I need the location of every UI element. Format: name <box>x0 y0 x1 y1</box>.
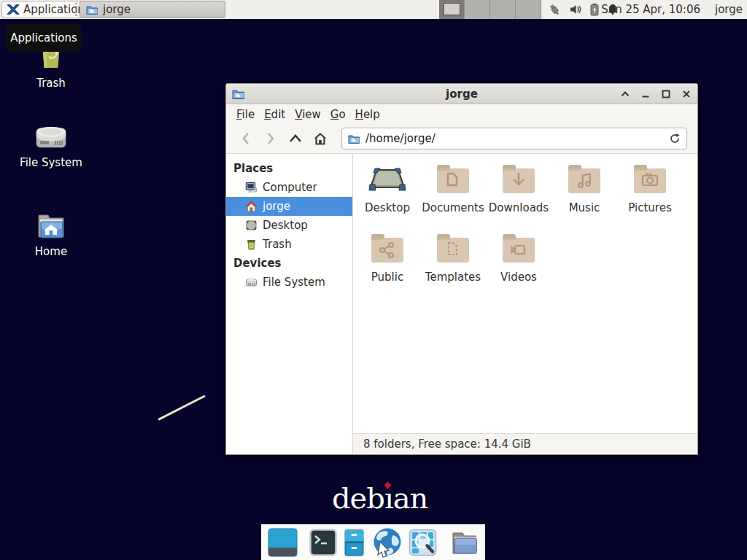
file-manager-launcher[interactable] <box>343 528 365 557</box>
file-item-pictures[interactable]: Pictures <box>617 163 683 214</box>
music-folder-icon <box>565 163 603 196</box>
documents-folder-icon <box>434 163 472 196</box>
window-folder-icon <box>232 88 245 100</box>
menu-view[interactable]: View <box>295 108 321 121</box>
file-item-label: Desktop <box>355 201 420 214</box>
desktop: Applications jorge <box>0 0 747 560</box>
menu-bar: File Edit View Go Help <box>226 104 697 124</box>
computer-icon <box>245 182 258 193</box>
sidebar-places-header: Places <box>226 159 352 178</box>
path-folder-icon <box>348 133 360 144</box>
file-item-label: Documents <box>420 201 486 214</box>
panel-username[interactable]: jorge <box>715 0 743 19</box>
desktop-icon-label: Trash <box>7 77 95 90</box>
web-browser-globe-icon <box>371 527 403 558</box>
file-grid[interactable]: Desktop Documents <box>353 154 697 433</box>
bottom-dock <box>261 524 485 560</box>
sidebar-devices-header: Devices <box>226 254 352 273</box>
up-button[interactable] <box>283 128 308 149</box>
close-button[interactable] <box>681 89 692 99</box>
window-body: Places Computer <box>226 154 697 454</box>
file-item-label: Public <box>355 271 420 284</box>
app-finder-launcher[interactable] <box>409 529 437 556</box>
path-text[interactable]: /home/jorge/ <box>365 132 664 145</box>
window-titlebar[interactable]: jorge <box>226 84 697 104</box>
taskbar-window-label: jorge <box>103 3 131 16</box>
shade-button[interactable] <box>620 89 630 99</box>
file-item-templates[interactable]: Templates <box>420 232 486 284</box>
back-button[interactable] <box>233 128 258 149</box>
web-browser-launcher[interactable] <box>371 527 403 558</box>
terminal-launcher[interactable] <box>309 529 337 556</box>
workspace-1[interactable] <box>439 0 465 19</box>
templates-folder-icon <box>434 232 472 265</box>
desktop-icon <box>245 219 258 231</box>
file-item-public[interactable]: Public <box>355 232 420 284</box>
sidebar-item-trash[interactable]: Trash <box>226 235 352 254</box>
panel-clock[interactable]: Sun 25 Apr, 10:06 <box>601 0 700 19</box>
status-bar: 8 folders, Free space: 14.4 GiB <box>353 433 697 454</box>
sidebar-item-label: jorge <box>263 200 290 213</box>
drive-small-icon <box>245 277 258 287</box>
videos-folder-icon <box>500 232 538 265</box>
desktop-icon-label: Home <box>7 245 95 258</box>
file-item-label: Templates <box>420 271 486 284</box>
workspace-switcher[interactable] <box>439 0 541 19</box>
menu-edit[interactable]: Edit <box>264 108 285 121</box>
file-item-music[interactable]: Music <box>551 163 617 214</box>
file-item-downloads[interactable]: Downloads <box>486 163 551 214</box>
sidebar-item-label: File System <box>263 276 325 289</box>
location-bar[interactable]: /home/jorge/ <box>341 128 687 149</box>
app-finder-icon <box>409 529 437 556</box>
show-desktop-button[interactable] <box>268 528 298 557</box>
file-item-documents[interactable]: Documents <box>420 163 486 214</box>
sidebar-item-computer[interactable]: Computer <box>226 178 352 197</box>
power-plug-icon[interactable] <box>547 3 562 16</box>
desktop-icon-label: File System <box>7 156 95 169</box>
maximize-button[interactable] <box>661 89 671 99</box>
downloads-folder-icon <box>500 163 538 196</box>
debian-logo: debıan <box>332 481 427 515</box>
workspace-2[interactable] <box>465 0 490 19</box>
sidebar-item-label: Desktop <box>263 219 308 232</box>
workspace-4[interactable] <box>516 0 541 19</box>
minimize-button[interactable] <box>640 89 651 99</box>
directory-folder-icon <box>449 529 480 556</box>
file-item-desktop[interactable]: Desktop <box>355 163 420 214</box>
reload-icon[interactable] <box>669 133 681 144</box>
status-text: 8 folders, Free space: 14.4 GiB <box>363 438 531 451</box>
battery-charging-icon[interactable] <box>589 3 600 16</box>
file-item-videos[interactable]: Videos <box>486 232 551 284</box>
home-icon <box>245 201 258 212</box>
file-item-label: Music <box>551 201 617 214</box>
sidebar-item-jorge[interactable]: jorge <box>226 197 352 216</box>
taskbar-window-button[interactable]: jorge <box>80 1 225 18</box>
top-panel: Applications jorge <box>0 0 747 19</box>
sidebar-item-file-system[interactable]: File System <box>226 273 352 292</box>
menu-file[interactable]: File <box>236 108 255 121</box>
file-manager-window: jorge File Edit View Go Help <box>225 83 698 455</box>
window-controls <box>620 84 692 104</box>
wallpaper-wisp-line <box>158 394 206 420</box>
panel-separator-handle[interactable] <box>75 3 77 16</box>
pictures-folder-icon <box>631 163 669 196</box>
workspace-3[interactable] <box>490 0 516 19</box>
forward-button[interactable] <box>258 128 283 149</box>
directory-menu-button[interactable] <box>449 529 480 556</box>
workspace-window-preview <box>444 3 460 15</box>
volume-icon[interactable] <box>569 3 582 16</box>
desktop-icon-home[interactable]: Home <box>7 209 95 258</box>
sidebar-item-label: Trash <box>263 238 292 251</box>
toolbar: /home/jorge/ <box>226 124 697 154</box>
terminal-icon <box>309 529 337 556</box>
desktop-icon-filesystem[interactable]: File System <box>7 121 95 169</box>
menu-help[interactable]: Help <box>355 108 380 121</box>
file-item-label: Downloads <box>486 201 551 214</box>
show-desktop-icon <box>268 528 298 557</box>
sidebar-item-desktop[interactable]: Desktop <box>226 216 352 235</box>
home-button[interactable] <box>308 128 333 149</box>
file-item-label: Pictures <box>617 201 683 214</box>
public-folder-icon <box>368 232 406 265</box>
menu-go[interactable]: Go <box>330 108 346 121</box>
sidebar: Places Computer <box>226 154 353 454</box>
